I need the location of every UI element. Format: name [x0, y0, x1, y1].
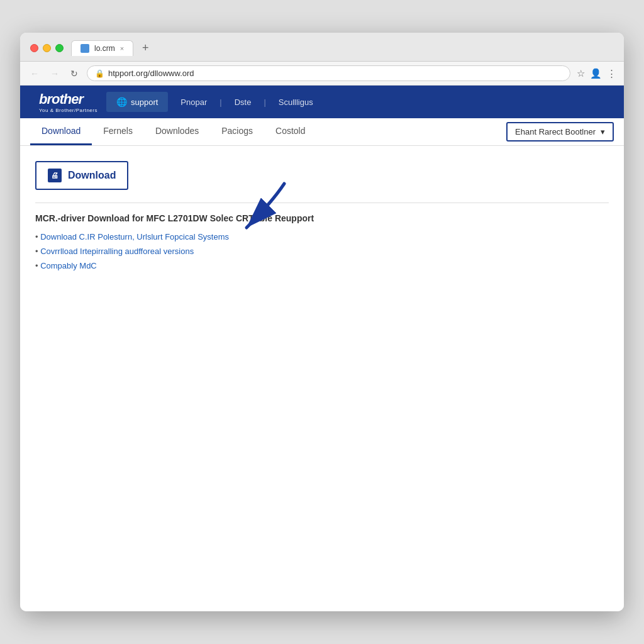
tab-costold[interactable]: Costold — [264, 118, 316, 145]
download-button-icon: 🖨 — [48, 169, 62, 182]
browser-tab[interactable]: lo.crm × — [71, 40, 133, 56]
main-content: 🖨 Download MCR.-driver Download for MFC … — [20, 146, 624, 611]
list-item: Covrrlload Irtepirralling audfforeal ver… — [35, 247, 609, 256]
page-tabs: Download Fernels Downlodes Paciogs Costo… — [20, 118, 624, 146]
profile-icon[interactable]: 👤 — [590, 68, 602, 79]
maximize-button[interactable] — [55, 44, 64, 52]
lock-icon: 🔒 — [95, 69, 104, 78]
tab-costold-label: Costold — [275, 126, 305, 136]
tab-download-label: Download — [42, 126, 80, 136]
download-button-label: Download — [68, 170, 116, 181]
browser-window: lo.crm × + ← → ↻ 🔒 htpport.org/dllowww.o… — [20, 33, 624, 611]
download-button[interactable]: 🖨 Download — [35, 161, 128, 190]
model-selector[interactable]: Ehant Rarect Bootlner ▾ — [506, 122, 614, 142]
tab-favicon — [80, 44, 89, 53]
model-selector-label: Ehant Rarect Bootlner — [515, 127, 596, 136]
nav-link-pnopar[interactable]: Pnopar — [180, 97, 207, 107]
tab-downlodes-label: Downlodes — [155, 126, 199, 136]
tab-fernels[interactable]: Fernels — [92, 118, 144, 145]
link-1[interactable]: Download C.IR Polesturn, Urlslurt Fopcic… — [40, 232, 229, 242]
link-2[interactable]: Covrrlload Irtepirralling audfforeal ver… — [40, 247, 194, 256]
section-divider — [35, 203, 609, 203]
nav-links: Pnopar | Dste | Scullligus — [180, 97, 313, 107]
nav-link-scullligus[interactable]: Scullligus — [279, 97, 313, 107]
link-list: Download C.IR Polesturn, Urlslurt Fopcic… — [35, 232, 609, 270]
menu-icon[interactable]: ⋮ — [607, 68, 616, 79]
tab-fernels-label: Fernels — [103, 126, 133, 136]
brother-logo[interactable]: brother You & Brother/Partners — [30, 86, 106, 118]
traffic-lights — [30, 44, 64, 52]
tab-bar: lo.crm × + — [71, 40, 614, 56]
link-3[interactable]: Compably MdC — [40, 261, 97, 270]
list-item: Compably MdC — [35, 261, 609, 270]
tab-paciogs[interactable]: Paciogs — [210, 118, 264, 145]
brother-logo-text: brother — [39, 91, 83, 107]
minimize-button[interactable] — [43, 44, 51, 52]
brother-navbar: brother You & Brother/Partners 🌐 support… — [20, 86, 624, 118]
tab-paciogs-label: Paciogs — [221, 126, 253, 136]
section-title: MCR.-driver Download for MFC L2701DW Sol… — [35, 213, 609, 223]
nav-divider-1: | — [219, 97, 221, 107]
tab-downlodes[interactable]: Downlodes — [144, 118, 210, 145]
tab-download[interactable]: Download — [30, 118, 92, 145]
new-tab-button[interactable]: + — [138, 42, 153, 55]
nav-link-dste[interactable]: Dste — [235, 97, 252, 107]
title-bar: lo.crm × + — [20, 33, 624, 62]
printer-icon: 🖨 — [51, 171, 58, 180]
globe-icon: 🌐 — [116, 97, 127, 107]
tab-close-button[interactable]: × — [120, 45, 124, 52]
star-icon[interactable]: ☆ — [577, 68, 585, 79]
url-bar[interactable]: 🔒 htpport.org/dllowww.ord — [87, 65, 570, 81]
support-button[interactable]: 🌐 support — [106, 92, 168, 112]
address-actions: ☆ 👤 ⋮ — [577, 68, 616, 79]
close-button[interactable] — [30, 44, 38, 52]
list-item: Download C.IR Polesturn, Urlslurt Fopcic… — [35, 232, 609, 242]
support-label: support — [131, 97, 158, 107]
tab-title: lo.crm — [94, 44, 115, 53]
back-button[interactable]: ← — [28, 67, 42, 80]
chevron-down-icon: ▾ — [601, 127, 605, 136]
url-text: htpport.org/dllowww.ord — [108, 69, 194, 78]
forward-button[interactable]: → — [48, 67, 62, 80]
brother-tagline: You & Brother/Partners — [39, 108, 97, 113]
refresh-button[interactable]: ↻ — [68, 67, 80, 80]
address-bar: ← → ↻ 🔒 htpport.org/dllowww.ord ☆ 👤 ⋮ — [20, 62, 624, 86]
nav-divider-2: | — [264, 97, 265, 107]
